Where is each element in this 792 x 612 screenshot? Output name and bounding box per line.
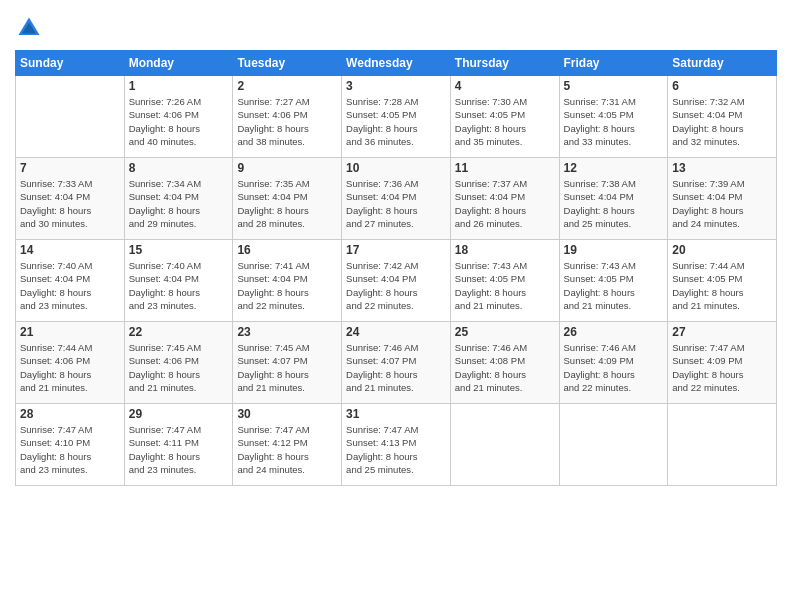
- day-info: Sunrise: 7:44 AMSunset: 4:05 PMDaylight:…: [672, 259, 772, 312]
- day-number: 22: [129, 325, 229, 339]
- day-number: 15: [129, 243, 229, 257]
- day-number: 25: [455, 325, 555, 339]
- page-container: SundayMondayTuesdayWednesdayThursdayFrid…: [0, 0, 792, 612]
- day-info: Sunrise: 7:43 AMSunset: 4:05 PMDaylight:…: [455, 259, 555, 312]
- calendar-cell: 15Sunrise: 7:40 AMSunset: 4:04 PMDayligh…: [124, 240, 233, 322]
- calendar-week-4: 21Sunrise: 7:44 AMSunset: 4:06 PMDayligh…: [16, 322, 777, 404]
- calendar-cell: 2Sunrise: 7:27 AMSunset: 4:06 PMDaylight…: [233, 76, 342, 158]
- day-info: Sunrise: 7:47 AMSunset: 4:10 PMDaylight:…: [20, 423, 120, 476]
- calendar-cell: 4Sunrise: 7:30 AMSunset: 4:05 PMDaylight…: [450, 76, 559, 158]
- calendar-cell: [668, 404, 777, 486]
- header-wednesday: Wednesday: [342, 51, 451, 76]
- day-info: Sunrise: 7:46 AMSunset: 4:09 PMDaylight:…: [564, 341, 664, 394]
- calendar-cell: 26Sunrise: 7:46 AMSunset: 4:09 PMDayligh…: [559, 322, 668, 404]
- day-info: Sunrise: 7:47 AMSunset: 4:12 PMDaylight:…: [237, 423, 337, 476]
- day-info: Sunrise: 7:30 AMSunset: 4:05 PMDaylight:…: [455, 95, 555, 148]
- day-number: 23: [237, 325, 337, 339]
- calendar-cell: 21Sunrise: 7:44 AMSunset: 4:06 PMDayligh…: [16, 322, 125, 404]
- calendar-cell: 13Sunrise: 7:39 AMSunset: 4:04 PMDayligh…: [668, 158, 777, 240]
- calendar-cell: 28Sunrise: 7:47 AMSunset: 4:10 PMDayligh…: [16, 404, 125, 486]
- day-number: 30: [237, 407, 337, 421]
- day-number: 10: [346, 161, 446, 175]
- calendar-cell: 24Sunrise: 7:46 AMSunset: 4:07 PMDayligh…: [342, 322, 451, 404]
- day-number: 19: [564, 243, 664, 257]
- calendar-cell: 19Sunrise: 7:43 AMSunset: 4:05 PMDayligh…: [559, 240, 668, 322]
- day-info: Sunrise: 7:26 AMSunset: 4:06 PMDaylight:…: [129, 95, 229, 148]
- day-number: 1: [129, 79, 229, 93]
- header-saturday: Saturday: [668, 51, 777, 76]
- day-info: Sunrise: 7:42 AMSunset: 4:04 PMDaylight:…: [346, 259, 446, 312]
- day-info: Sunrise: 7:39 AMSunset: 4:04 PMDaylight:…: [672, 177, 772, 230]
- calendar-cell: 9Sunrise: 7:35 AMSunset: 4:04 PMDaylight…: [233, 158, 342, 240]
- day-number: 8: [129, 161, 229, 175]
- day-info: Sunrise: 7:31 AMSunset: 4:05 PMDaylight:…: [564, 95, 664, 148]
- calendar-cell: [559, 404, 668, 486]
- day-info: Sunrise: 7:47 AMSunset: 4:11 PMDaylight:…: [129, 423, 229, 476]
- calendar-header-row: SundayMondayTuesdayWednesdayThursdayFrid…: [16, 51, 777, 76]
- day-number: 28: [20, 407, 120, 421]
- calendar-cell: 20Sunrise: 7:44 AMSunset: 4:05 PMDayligh…: [668, 240, 777, 322]
- calendar-cell: 10Sunrise: 7:36 AMSunset: 4:04 PMDayligh…: [342, 158, 451, 240]
- calendar-cell: 11Sunrise: 7:37 AMSunset: 4:04 PMDayligh…: [450, 158, 559, 240]
- day-number: 24: [346, 325, 446, 339]
- calendar-cell: 5Sunrise: 7:31 AMSunset: 4:05 PMDaylight…: [559, 76, 668, 158]
- day-info: Sunrise: 7:40 AMSunset: 4:04 PMDaylight:…: [129, 259, 229, 312]
- day-number: 21: [20, 325, 120, 339]
- day-number: 2: [237, 79, 337, 93]
- day-number: 26: [564, 325, 664, 339]
- calendar-cell: 12Sunrise: 7:38 AMSunset: 4:04 PMDayligh…: [559, 158, 668, 240]
- calendar-week-2: 7Sunrise: 7:33 AMSunset: 4:04 PMDaylight…: [16, 158, 777, 240]
- calendar-week-1: 1Sunrise: 7:26 AMSunset: 4:06 PMDaylight…: [16, 76, 777, 158]
- day-info: Sunrise: 7:32 AMSunset: 4:04 PMDaylight:…: [672, 95, 772, 148]
- day-number: 14: [20, 243, 120, 257]
- day-number: 11: [455, 161, 555, 175]
- calendar-cell: 22Sunrise: 7:45 AMSunset: 4:06 PMDayligh…: [124, 322, 233, 404]
- calendar-cell: [450, 404, 559, 486]
- day-info: Sunrise: 7:45 AMSunset: 4:07 PMDaylight:…: [237, 341, 337, 394]
- day-number: 12: [564, 161, 664, 175]
- day-info: Sunrise: 7:40 AMSunset: 4:04 PMDaylight:…: [20, 259, 120, 312]
- logo: [15, 14, 46, 42]
- calendar-cell: 23Sunrise: 7:45 AMSunset: 4:07 PMDayligh…: [233, 322, 342, 404]
- day-info: Sunrise: 7:28 AMSunset: 4:05 PMDaylight:…: [346, 95, 446, 148]
- day-number: 18: [455, 243, 555, 257]
- calendar-cell: 17Sunrise: 7:42 AMSunset: 4:04 PMDayligh…: [342, 240, 451, 322]
- day-number: 16: [237, 243, 337, 257]
- day-number: 6: [672, 79, 772, 93]
- calendar-table: SundayMondayTuesdayWednesdayThursdayFrid…: [15, 50, 777, 486]
- day-number: 9: [237, 161, 337, 175]
- day-number: 3: [346, 79, 446, 93]
- calendar-cell: 8Sunrise: 7:34 AMSunset: 4:04 PMDaylight…: [124, 158, 233, 240]
- calendar-week-5: 28Sunrise: 7:47 AMSunset: 4:10 PMDayligh…: [16, 404, 777, 486]
- day-info: Sunrise: 7:47 AMSunset: 4:09 PMDaylight:…: [672, 341, 772, 394]
- day-info: Sunrise: 7:27 AMSunset: 4:06 PMDaylight:…: [237, 95, 337, 148]
- day-info: Sunrise: 7:46 AMSunset: 4:08 PMDaylight:…: [455, 341, 555, 394]
- day-info: Sunrise: 7:47 AMSunset: 4:13 PMDaylight:…: [346, 423, 446, 476]
- calendar-cell: 1Sunrise: 7:26 AMSunset: 4:06 PMDaylight…: [124, 76, 233, 158]
- day-number: 13: [672, 161, 772, 175]
- day-number: 17: [346, 243, 446, 257]
- header-monday: Monday: [124, 51, 233, 76]
- calendar-cell: 7Sunrise: 7:33 AMSunset: 4:04 PMDaylight…: [16, 158, 125, 240]
- calendar-cell: 6Sunrise: 7:32 AMSunset: 4:04 PMDaylight…: [668, 76, 777, 158]
- header-sunday: Sunday: [16, 51, 125, 76]
- day-info: Sunrise: 7:33 AMSunset: 4:04 PMDaylight:…: [20, 177, 120, 230]
- day-number: 7: [20, 161, 120, 175]
- calendar-cell: 25Sunrise: 7:46 AMSunset: 4:08 PMDayligh…: [450, 322, 559, 404]
- page-header: [15, 10, 777, 42]
- calendar-week-3: 14Sunrise: 7:40 AMSunset: 4:04 PMDayligh…: [16, 240, 777, 322]
- header-thursday: Thursday: [450, 51, 559, 76]
- day-info: Sunrise: 7:36 AMSunset: 4:04 PMDaylight:…: [346, 177, 446, 230]
- day-info: Sunrise: 7:45 AMSunset: 4:06 PMDaylight:…: [129, 341, 229, 394]
- day-number: 20: [672, 243, 772, 257]
- calendar-cell: 30Sunrise: 7:47 AMSunset: 4:12 PMDayligh…: [233, 404, 342, 486]
- calendar-cell: 27Sunrise: 7:47 AMSunset: 4:09 PMDayligh…: [668, 322, 777, 404]
- day-number: 5: [564, 79, 664, 93]
- day-number: 27: [672, 325, 772, 339]
- day-info: Sunrise: 7:34 AMSunset: 4:04 PMDaylight:…: [129, 177, 229, 230]
- day-info: Sunrise: 7:37 AMSunset: 4:04 PMDaylight:…: [455, 177, 555, 230]
- calendar-cell: 3Sunrise: 7:28 AMSunset: 4:05 PMDaylight…: [342, 76, 451, 158]
- day-info: Sunrise: 7:41 AMSunset: 4:04 PMDaylight:…: [237, 259, 337, 312]
- calendar-cell: [16, 76, 125, 158]
- header-friday: Friday: [559, 51, 668, 76]
